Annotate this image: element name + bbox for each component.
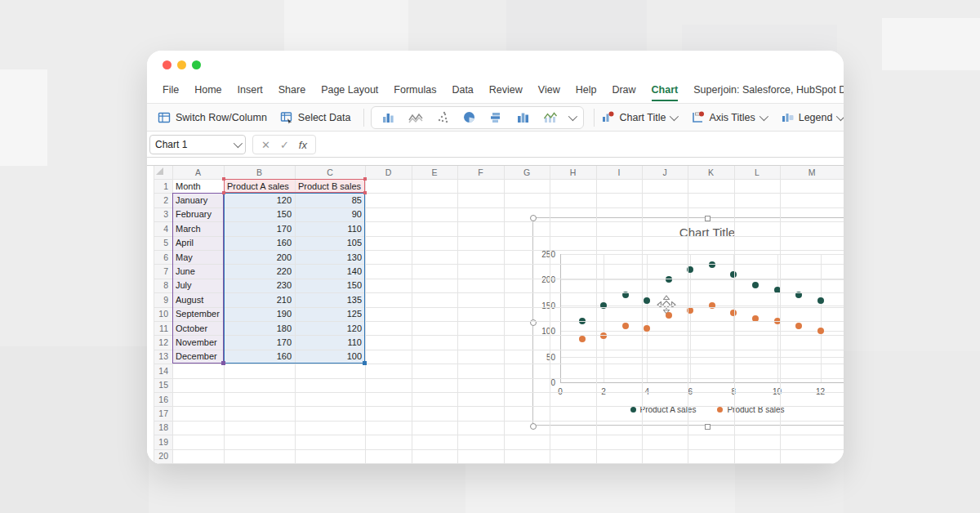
row-header-16[interactable]: 16 [154,392,172,406]
enter-icon[interactable]: ✓ [280,139,289,151]
row-header-7[interactable]: 7 [154,264,172,278]
legend-dropdown[interactable]: Legend [781,110,844,124]
data-point-b-11[interactable] [795,323,802,329]
column-header-d[interactable]: D [365,165,412,179]
switch-row-column-button[interactable]: Switch Row/Column [158,111,267,124]
menu-tab-page-layout[interactable]: Page Layout [321,84,378,96]
minimize-window-button[interactable] [177,60,186,69]
data-point-b-3[interactable] [622,323,629,329]
close-window-button[interactable] [163,60,172,69]
formula-input[interactable] [323,136,844,154]
column-header-c[interactable]: C [295,165,365,179]
menu-tab-draw[interactable]: Draw [612,84,635,96]
row-header-1[interactable]: 1 [154,179,172,193]
row-header-20[interactable]: 20 [154,449,172,463]
column-header-a[interactable]: A [172,165,224,179]
row-header-9[interactable]: 9 [154,292,172,306]
name-box[interactable]: Chart 1 [149,135,246,154]
background-patch [0,346,149,513]
chart-resize-handle[interactable] [530,423,537,430]
row-header-15[interactable]: 15 [154,378,172,392]
axis-titles-dropdown[interactable]: Axis Titles [691,110,765,124]
row-header-2[interactable]: 2 [154,193,172,207]
data-point-a-12[interactable] [817,297,824,304]
row-header-5[interactable]: 5 [154,236,172,250]
category-range-border [172,193,224,364]
pie-chart-icon[interactable] [456,108,483,127]
range-handle-purple[interactable] [221,361,225,365]
y-axis-tick-250: 250 [533,250,555,259]
chart-resize-handle[interactable] [530,319,537,326]
row-header-8[interactable]: 8 [154,279,172,292]
bar-chart-icon[interactable] [483,108,510,127]
row-header-17[interactable]: 17 [154,406,172,420]
range-handle-blue[interactable] [363,361,367,365]
chart-resize-handle[interactable] [530,215,537,221]
range-handle-red[interactable] [222,177,225,181]
fx-icon[interactable]: fx [299,139,307,151]
column-header-e[interactable]: E [412,165,457,179]
cancel-icon[interactable]: ✕ [261,139,270,151]
column-header-b[interactable]: B [224,165,295,179]
menu-tab-share[interactable]: Share [278,84,305,96]
data-point-b-1[interactable] [579,336,586,342]
row-header-13[interactable]: 13 [154,350,172,364]
column-header-f[interactable]: F [457,165,504,179]
range-handle-red[interactable] [363,177,367,181]
background-patch [0,69,47,166]
row-header-4[interactable]: 4 [154,221,172,235]
column-header-h[interactable]: H [550,165,596,179]
data-point-a-2[interactable] [600,302,607,309]
scatter-chart-icon[interactable] [429,108,456,127]
chart-title-dropdown[interactable]: Chart Title [601,110,676,124]
column-header-j[interactable]: J [642,165,688,179]
data-point-a-9[interactable] [752,282,759,288]
row-header-14[interactable]: 14 [154,364,172,377]
data-point-b-5[interactable] [666,312,672,319]
data-point-a-4[interactable] [644,297,650,304]
menu-tab-superjoin-salesforce-hubspot-data[interactable]: Superjoin: Salesforce, HubSpot Data [693,84,844,96]
menu-tab-formulas[interactable]: Formulas [394,84,436,96]
menu-tab-view[interactable]: View [538,84,560,96]
column-header-g[interactable]: G [504,165,550,179]
column-header-i[interactable]: I [596,165,642,179]
column-header-m[interactable]: M [780,165,844,179]
select-data-icon [280,111,293,124]
row-header-18[interactable]: 18 [154,421,172,435]
chart-title[interactable]: Chart Title [533,225,844,239]
data-point-a-5[interactable] [666,276,672,283]
range-handle-red[interactable] [222,191,225,194]
cell-a1[interactable]: Month [172,179,224,193]
column-chart-icon[interactable] [375,108,402,127]
menu-tab-review[interactable]: Review [489,84,523,96]
maximize-window-button[interactable] [192,60,201,69]
chart-resize-handle[interactable] [705,216,710,221]
row-header-6[interactable]: 6 [154,250,172,264]
menu-tab-file[interactable]: File [163,84,179,96]
chart-gallery-more-button[interactable] [564,108,580,127]
column-header-k[interactable]: K [688,165,734,179]
select-all-corner[interactable] [156,167,163,175]
menu-tab-data[interactable]: Data [452,84,473,96]
combo-chart-icon[interactable] [537,108,564,127]
select-data-button[interactable]: Select Data [280,111,351,124]
column-header-l[interactable]: L [734,165,780,179]
data-point-b-12[interactable] [817,328,824,334]
menu-tab-insert[interactable]: Insert [238,84,263,96]
row-header-10[interactable]: 10 [154,307,172,321]
menu-tab-help[interactable]: Help [576,84,597,96]
row-header-12[interactable]: 12 [154,335,172,349]
row-header-19[interactable]: 19 [154,435,172,448]
menu-tab-chart[interactable]: Chart [652,84,679,96]
data-point-b-2[interactable] [600,332,607,339]
line-chart-icon[interactable] [402,108,429,127]
range-handle-red[interactable] [363,191,367,194]
row-header-3[interactable]: 3 [154,207,172,221]
column-chart-2-icon[interactable] [510,108,537,127]
row-header-11[interactable]: 11 [154,321,172,335]
data-point-b-7[interactable] [709,302,715,309]
menu-tab-home[interactable]: Home [194,84,221,96]
chart-resize-handle[interactable] [705,424,710,430]
select-data-label: Select Data [298,112,351,123]
legend-label: Legend [799,112,833,123]
